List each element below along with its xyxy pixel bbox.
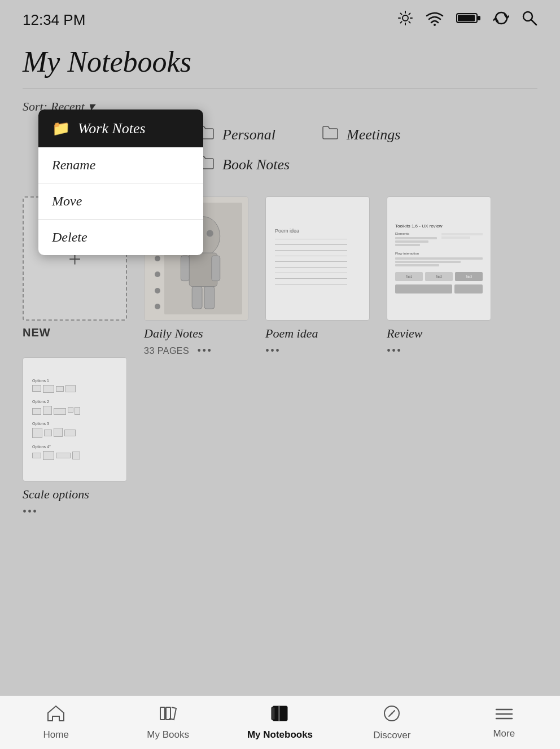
svg-line-14: [531, 20, 536, 25]
folder-item-book-notes[interactable]: Book Notes: [198, 155, 290, 174]
notebook-label-review: Review: [387, 326, 491, 341]
page-header: My Notebooks: [0, 40, 560, 78]
poem-idea-more-button[interactable]: •••: [265, 344, 281, 357]
notebook-label-scale-options: Scale options: [23, 487, 127, 502]
svg-line-5: [401, 13, 402, 14]
search-icon[interactable]: [522, 10, 537, 30]
bottom-nav: Home My Books My Notebooks: [0, 695, 560, 749]
notebook-meta-review: •••: [387, 344, 491, 357]
more-icon: [495, 706, 513, 725]
home-icon: [47, 705, 65, 726]
notebook-thumb-poem-idea: Poem idea: [265, 196, 370, 321]
nav-label-my-notebooks: My Notebooks: [247, 729, 313, 741]
nav-item-my-notebooks[interactable]: My Notebooks: [246, 705, 314, 741]
folder-item-meetings[interactable]: Meetings: [322, 125, 412, 144]
folder-icon-meetings: [322, 125, 339, 144]
scale-options-more-button[interactable]: •••: [23, 505, 38, 518]
context-menu-delete[interactable]: Delete: [38, 220, 203, 255]
folder-item-personal[interactable]: Personal: [198, 125, 288, 144]
notebook-item-scale-options[interactable]: Options 1 Options 2: [23, 357, 127, 518]
books-icon: [159, 705, 177, 726]
svg-line-6: [409, 21, 410, 23]
daily-notes-more-button[interactable]: •••: [197, 344, 212, 357]
svg-rect-19: [192, 287, 202, 309]
notebook-thumb-scale-options: Options 1 Options 2: [23, 357, 127, 481]
notebook-meta-poem-idea: •••: [265, 344, 370, 357]
svg-line-8: [401, 21, 402, 23]
nav-item-discover[interactable]: Discover: [358, 704, 426, 741]
status-bar: 12:34 PM: [0, 0, 560, 40]
folder-name-meetings: Meetings: [347, 126, 400, 143]
status-icons: [397, 10, 537, 30]
nav-label-my-books: My Books: [147, 729, 189, 741]
review-more-button[interactable]: •••: [387, 344, 402, 357]
svg-rect-24: [166, 707, 170, 720]
notebook-label-new: NEW: [23, 326, 127, 339]
svg-rect-27: [278, 706, 280, 721]
nav-item-more[interactable]: More: [470, 706, 538, 739]
nav-label-more: More: [493, 728, 515, 739]
notebook-label-poem-idea: Poem idea: [265, 326, 370, 341]
status-time: 12:34 PM: [23, 11, 85, 29]
context-menu-rename[interactable]: Rename: [38, 147, 203, 183]
sync-icon[interactable]: [493, 10, 509, 30]
notebook-item-review[interactable]: Toolkits 1.6 - UX review Elements: [387, 196, 491, 357]
context-menu-title: Work Notes: [78, 120, 146, 137]
main-content: 📁 Work Notes Rename Move Delete Personal: [0, 120, 560, 524]
svg-rect-20: [204, 287, 215, 309]
daily-notes-pages: 33 PAGES: [144, 346, 189, 356]
svg-point-22: [207, 230, 213, 237]
svg-rect-11: [458, 15, 475, 21]
brightness-icon: [397, 10, 413, 30]
folder-name-book-notes: Book Notes: [222, 156, 290, 173]
context-menu-header: 📁 Work Notes: [38, 109, 203, 147]
battery-icon: [456, 11, 481, 28]
notebook-label-daily-notes: Daily Notes: [144, 326, 248, 341]
page-title: My Notebooks: [23, 45, 537, 78]
context-menu-move[interactable]: Move: [38, 183, 203, 220]
nav-label-home: Home: [43, 729, 69, 741]
folder-row-wrapper: 📁 Work Notes Rename Move Delete Personal: [23, 125, 537, 174]
notebook-item-poem-idea[interactable]: Poem idea Poem idea •••: [265, 196, 370, 357]
notebook-meta-scale-options: •••: [23, 505, 127, 518]
svg-rect-18: [212, 256, 220, 281]
svg-rect-17: [181, 256, 189, 281]
svg-point-0: [403, 15, 408, 21]
folder-name-personal: Personal: [222, 126, 275, 143]
nav-item-home[interactable]: Home: [22, 705, 90, 741]
context-menu: 📁 Work Notes Rename Move Delete: [38, 109, 203, 255]
context-menu-arrow: [77, 151, 88, 158]
svg-point-9: [434, 24, 436, 26]
svg-line-7: [409, 13, 410, 14]
discover-icon: [383, 704, 401, 726]
nav-label-discover: Discover: [373, 730, 410, 741]
svg-rect-23: [160, 707, 165, 720]
svg-point-29: [391, 712, 393, 714]
notebook-meta-daily-notes: 33 PAGES •••: [144, 344, 248, 357]
notebook-thumb-review: Toolkits 1.6 - UX review Elements: [387, 196, 491, 321]
context-menu-folder-icon: 📁: [52, 120, 70, 137]
wifi-icon: [426, 10, 444, 30]
notebooks-grid-row2: Options 1 Options 2: [23, 357, 537, 518]
notebooks-icon: [270, 705, 290, 726]
nav-item-my-books[interactable]: My Books: [134, 705, 202, 741]
svg-rect-12: [478, 16, 480, 20]
svg-rect-26: [272, 707, 275, 720]
